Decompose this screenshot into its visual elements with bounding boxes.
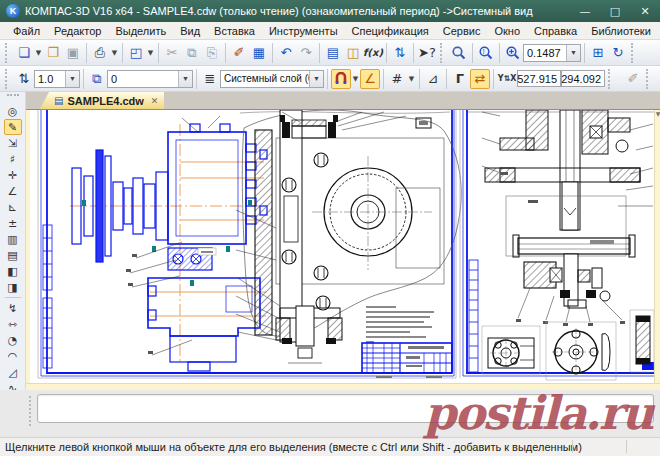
status-message: Щелкните левой кнопкой мыши на объекте д… xyxy=(5,441,582,453)
menu-file[interactable]: Файл xyxy=(6,22,47,39)
grid-button[interactable]: # xyxy=(387,69,407,89)
coordinate-y-field[interactable]: 527.915 xyxy=(517,70,561,87)
vertical-scrollbar[interactable]: ▼ xyxy=(654,110,660,383)
copy-button[interactable]: ⧉ xyxy=(182,43,202,63)
tab-close-icon[interactable]: ✕ xyxy=(151,96,159,106)
redo-button[interactable]: ↷ xyxy=(296,43,316,63)
app-icon: K xyxy=(6,4,20,18)
menu-libraries[interactable]: Библиотеки xyxy=(584,22,658,39)
paste-button[interactable]: ⎘ xyxy=(202,43,222,63)
zoom-frame-button[interactable] xyxy=(449,43,469,63)
tool-geometry[interactable]: ✎ xyxy=(4,119,22,135)
menu-specification[interactable]: Спецификация xyxy=(345,22,436,39)
zoom-in-out-button[interactable] xyxy=(503,43,523,63)
layer-list-icon[interactable]: ≣ xyxy=(200,69,220,89)
local-cs-button[interactable]: ⊿ xyxy=(423,69,443,89)
menu-bar: Файл Редактор Выделить Вид Вставка Инстр… xyxy=(0,22,660,40)
toolbar-grip[interactable] xyxy=(608,69,613,89)
close-button[interactable]: ✕ xyxy=(630,0,660,22)
svg-text:!: ! xyxy=(483,48,485,55)
angle-snap-button[interactable]: ∠ xyxy=(360,69,380,89)
tool-editing[interactable]: ✛ xyxy=(4,167,22,183)
undo-button[interactable]: ↶ xyxy=(276,43,296,63)
grid-dropdown[interactable]: ▼ xyxy=(407,75,416,83)
tool-measure[interactable]: ⊾ xyxy=(4,199,22,215)
print-preview-button[interactable]: ◰ xyxy=(126,43,146,63)
menu-editor[interactable]: Редактор xyxy=(47,22,108,39)
tool-arc[interactable]: ◠ xyxy=(4,348,22,364)
parameters-button[interactable]: ⇅ xyxy=(390,43,410,63)
tool-angle[interactable]: ◿ xyxy=(4,364,22,380)
rounding-button[interactable]: ⇄ xyxy=(470,69,490,89)
panel-grip[interactable] xyxy=(7,94,19,102)
cursor-step-combo[interactable]: 1.0 ▼ xyxy=(34,70,80,88)
new-document-button[interactable]: ❏ xyxy=(14,43,34,63)
tool-specification[interactable]: ▥ xyxy=(4,231,22,247)
open-button[interactable]: ❐ xyxy=(43,43,63,63)
save-button[interactable]: ▣ xyxy=(63,43,83,63)
drawing-canvas[interactable] xyxy=(30,110,654,383)
tool-parametrization[interactable]: ∠ xyxy=(4,183,22,199)
print-dropdown[interactable]: ▼ xyxy=(110,49,119,57)
title-bar: K КОМПАС-3D V16 x64 - SAMPLE4.cdw (тольк… xyxy=(0,0,660,22)
menu-service[interactable]: Сервис xyxy=(436,22,488,39)
variables-button[interactable]: ◫ xyxy=(343,43,363,63)
tool-diameter[interactable]: ◔ xyxy=(4,332,22,348)
menu-insert[interactable]: Вставка xyxy=(207,22,262,39)
technical-requirements xyxy=(366,306,434,343)
menu-select[interactable]: Выделить xyxy=(108,22,173,39)
tool-select-plusminus[interactable]: ± xyxy=(4,215,22,231)
snap-dropdown[interactable]: ▼ xyxy=(351,75,360,83)
tool-quick-lines[interactable]: ↯ xyxy=(4,300,22,316)
library-manager-button[interactable]: ▤ xyxy=(323,43,343,63)
menu-tools[interactable]: Инструменты xyxy=(262,22,345,39)
toolbar-grip[interactable] xyxy=(646,69,651,89)
new-document-dropdown[interactable]: ▼ xyxy=(34,49,43,57)
tool-dimensions[interactable]: ⇲ xyxy=(4,135,22,151)
zoom-scale-dropdown[interactable]: ▼ xyxy=(566,45,580,61)
ortho-button[interactable]: Г xyxy=(450,69,470,89)
menu-help[interactable]: Справка xyxy=(527,22,584,39)
spreadsheet-button[interactable]: ▦ xyxy=(249,43,269,63)
preview-dropdown[interactable]: ▼ xyxy=(146,49,155,57)
minimize-button[interactable]: — xyxy=(570,0,600,22)
snap-magnet-button[interactable] xyxy=(331,69,351,89)
functions-button[interactable]: f(x) xyxy=(363,43,383,63)
layer-name-combo[interactable]: Системный слой (0) ▼ xyxy=(220,70,324,88)
toolbar-grip[interactable] xyxy=(631,43,636,63)
coordinate-x-field[interactable]: 294.092 xyxy=(561,70,605,87)
magnet-icon xyxy=(334,72,348,86)
current-state-toolbar: ⇅ 1.0 ▼ ⧉ 0 ▼ ≣ Системный слой (0) ▼ ▼ ∠… xyxy=(0,66,660,92)
zoom-scale-combo[interactable]: 0.1487 ▼ xyxy=(523,44,581,62)
copy-properties-button[interactable]: ✐ xyxy=(229,43,249,63)
tool-linear-dimension[interactable]: ⇿ xyxy=(4,316,22,332)
print-button[interactable]: ⎙ xyxy=(90,43,110,63)
tool-designations[interactable]: ♯ xyxy=(4,151,22,167)
status-bar: Щелкните левой кнопкой мыши на объекте д… xyxy=(0,437,660,456)
layers-icon[interactable]: ⧉ xyxy=(87,69,107,89)
context-help-button[interactable]: ➤? xyxy=(417,43,437,63)
toolbar-grip[interactable] xyxy=(440,43,445,63)
layer-number-combo[interactable]: 0 ▼ xyxy=(107,70,193,88)
cut-button[interactable]: ✂ xyxy=(162,43,182,63)
property-bar-field[interactable] xyxy=(37,394,654,423)
zoom-selected-button[interactable]: ! xyxy=(476,43,496,63)
document-tab[interactable]: ▤ SAMPLE4.cdw ✕ xyxy=(40,92,164,109)
detail-views[interactable] xyxy=(482,310,654,380)
maximize-button[interactable]: □ xyxy=(600,0,630,22)
fit-document-button[interactable]: ⊞ xyxy=(588,43,608,63)
tool-reports[interactable]: ▤ xyxy=(4,247,22,263)
selected-assembly[interactable] xyxy=(72,124,267,371)
tool-selection[interactable]: ◎ xyxy=(4,103,22,119)
refresh-view-button[interactable]: ↻ xyxy=(608,43,628,63)
menu-window[interactable]: Окно xyxy=(487,22,527,39)
tool-insert-b[interactable]: ◨ xyxy=(4,279,22,295)
spindle-section-view[interactable] xyxy=(482,110,653,326)
toolbar-grip[interactable] xyxy=(5,69,10,89)
toolbar-grip[interactable] xyxy=(5,43,10,63)
menu-view[interactable]: Вид xyxy=(173,22,207,39)
housing-section-view[interactable] xyxy=(236,110,461,363)
tool-insert-a[interactable]: ◧ xyxy=(4,263,22,279)
scroll-up-icon[interactable]: ▼ xyxy=(656,110,660,117)
property-bar-grip[interactable] xyxy=(29,396,35,426)
